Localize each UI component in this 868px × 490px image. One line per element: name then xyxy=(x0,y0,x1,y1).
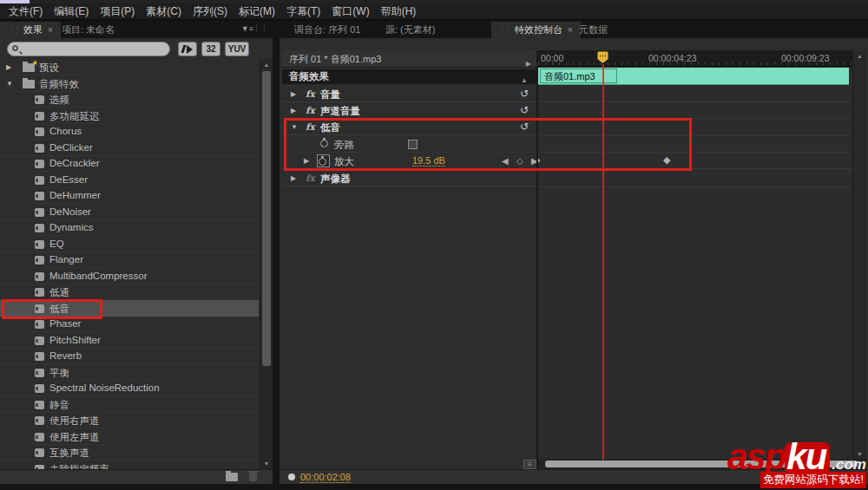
tree-item-bass[interactable]: 低音 xyxy=(0,300,259,317)
record-toggle-icon[interactable] xyxy=(288,474,295,480)
menu-window[interactable]: 窗口(W) xyxy=(332,4,369,19)
tree-item[interactable]: DeHummer xyxy=(0,187,259,204)
tree-item[interactable]: PitchShifter xyxy=(0,332,259,349)
tree-item[interactable]: Chorus xyxy=(0,123,259,140)
menu-sequence[interactable]: 序列(S) xyxy=(193,4,227,19)
effect-row-channel-volume[interactable]: ▶ fx 声道音量 ↺ xyxy=(282,102,536,119)
menu-file[interactable]: 文件(F) xyxy=(9,4,43,19)
tab-source-label: 源: (无素材) xyxy=(385,23,435,36)
tree-item[interactable]: EQ xyxy=(0,236,259,252)
tree-item-presets[interactable]: ▶ ★ 预设 xyxy=(0,59,259,75)
previous-keyframe-icon[interactable]: ◀ xyxy=(502,156,509,166)
effect-row-panner[interactable]: ▶ fx 声像器 xyxy=(282,170,536,186)
32bit-label: 32 xyxy=(206,44,215,54)
tree-item[interactable]: DeClicker xyxy=(0,140,259,156)
tree-item[interactable]: Phaser xyxy=(0,316,259,332)
tree-item-audio-effects[interactable]: ▼ 音频特效 xyxy=(0,75,259,92)
tree-item[interactable]: MultibandCompressor xyxy=(0,268,259,284)
tree-item-label: 预设 xyxy=(39,62,59,75)
time-ruler[interactable]: 00:00 00:00:04:23 00:00:09:23 xyxy=(538,50,852,67)
menu-edit[interactable]: 编辑(E) xyxy=(54,4,89,19)
tab-audio-mixer[interactable]: 调音台: 序列 01 xyxy=(286,22,368,38)
menu-marker[interactable]: 标记(M) xyxy=(239,4,275,19)
tree-item[interactable]: 静音 xyxy=(0,396,259,413)
param-row-bypass[interactable]: 旁路 xyxy=(282,136,536,153)
tree-item[interactable]: Flanger xyxy=(0,252,259,268)
fx-icon[interactable]: fx xyxy=(306,88,315,99)
new-folder-icon[interactable] xyxy=(226,473,238,481)
stopwatch-icon[interactable] xyxy=(320,140,328,147)
chevron-right-icon[interactable]: ▶ xyxy=(304,157,309,165)
effect-row-bass[interactable]: ▼ fx 低音 ↺ xyxy=(282,119,536,135)
audio-effects-section[interactable]: 音频效果 ▲ xyxy=(282,69,536,84)
tree-item[interactable]: Spectral NoiseReduction xyxy=(0,380,259,396)
tree-item[interactable]: DeEsser xyxy=(0,172,259,188)
tree-item[interactable]: Reverb xyxy=(0,348,259,364)
effect-icon xyxy=(35,336,44,345)
effect-icon xyxy=(35,401,44,409)
current-timecode[interactable]: 00:00:02:08 xyxy=(300,472,351,483)
reset-icon[interactable]: ↺ xyxy=(520,104,529,116)
panel-menu-icon[interactable]: ▼≡ xyxy=(241,24,253,33)
menu-clip[interactable]: 素材(C) xyxy=(146,4,181,19)
param-row-boost[interactable]: ▶ 放大 19.5 dB ◀ ◇ ▶ xyxy=(282,153,536,169)
menu-help[interactable]: 帮助(H) xyxy=(381,4,417,19)
yuv-filter-button[interactable]: YUV xyxy=(225,42,249,56)
reset-icon[interactable]: ↺ xyxy=(520,121,529,133)
menu-project[interactable]: 项目(P) xyxy=(100,4,135,19)
right-tab-bar: 调音台: 序列 01 源: (无素材) ⋮⋮ 特效控制台 × 元数据 xyxy=(279,22,868,38)
tree-item[interactable]: 多功能延迟 xyxy=(0,108,259,124)
scroll-up-icon[interactable]: ▲ xyxy=(260,62,273,68)
32bit-filter-button[interactable]: 32 xyxy=(201,42,220,56)
audio-clip[interactable]: 音频01.mp3 xyxy=(538,68,849,85)
timeline-scrollbar[interactable]: ▲ ▼ xyxy=(852,50,866,460)
search-box[interactable] xyxy=(7,42,170,56)
trash-icon[interactable] xyxy=(249,473,257,481)
tab-source-monitor[interactable]: 源: (无素材) xyxy=(378,22,443,38)
tree-item[interactable]: 低通 xyxy=(0,284,259,300)
chevron-right-icon[interactable]: ▶ xyxy=(291,90,296,98)
tree-item-label: DeClicker xyxy=(49,142,93,153)
search-input[interactable] xyxy=(23,43,167,55)
scroll-down-icon[interactable]: ▼ xyxy=(260,461,273,467)
tree-item[interactable]: DeNoiser xyxy=(0,204,259,220)
add-keyframe-icon[interactable]: ◇ xyxy=(516,156,523,166)
tree-item[interactable]: 互换声道 xyxy=(0,444,259,461)
menu-title[interactable]: 字幕(T) xyxy=(286,4,320,19)
tab-effects[interactable]: ⋮⋮ 效果 × xyxy=(0,22,61,38)
chevron-right-icon[interactable]: ▶ xyxy=(6,63,11,71)
bypass-checkbox[interactable] xyxy=(408,140,418,149)
tree-item[interactable]: 使用右声道 xyxy=(0,412,259,428)
chevron-right-icon[interactable]: ▶ xyxy=(291,174,296,182)
tree-item[interactable]: 选频 xyxy=(0,91,259,108)
tab-metadata[interactable]: 元数据 xyxy=(571,22,615,38)
chevron-down-icon[interactable]: ▼ xyxy=(291,123,298,131)
effect-icon xyxy=(35,433,44,441)
tree-item[interactable]: 使用左声道 xyxy=(0,428,259,445)
accelerated-effects-button[interactable] xyxy=(178,42,197,56)
tree-item[interactable]: Dynamics xyxy=(0,219,259,236)
reset-icon[interactable]: ↺ xyxy=(520,88,529,100)
tab-project[interactable]: 项目: 未命名 xyxy=(54,22,122,38)
stopwatch-toggle[interactable] xyxy=(317,154,330,167)
scroll-up-icon[interactable]: ▲ xyxy=(853,53,866,59)
close-icon[interactable]: × xyxy=(48,25,53,35)
tab-effect-controls[interactable]: ⋮⋮ 特效控制台 × xyxy=(491,22,581,38)
tree-item[interactable]: 去除指定频率 xyxy=(0,461,259,469)
hscroll-grip[interactable]: ≡ xyxy=(523,460,536,469)
section-label: 音频效果 xyxy=(289,71,329,82)
tree-item-label: DeCrackler xyxy=(49,158,100,168)
left-scrollbar[interactable]: ▲ ▼ xyxy=(260,59,273,469)
keyframe-icon[interactable]: ◆ xyxy=(538,154,540,166)
fx-icon[interactable]: fx xyxy=(306,105,315,115)
tree-item[interactable]: DeCrackler xyxy=(0,155,259,172)
effect-row-volume[interactable]: ▶ fx 音量 ↺ xyxy=(282,86,536,102)
scrollbar-thumb[interactable] xyxy=(262,71,271,366)
boost-value[interactable]: 19.5 dB xyxy=(412,155,445,167)
chevron-right-icon[interactable]: ▶ xyxy=(291,107,296,114)
fx-icon[interactable]: fx xyxy=(306,121,315,132)
keyframe-icon[interactable]: ◆ xyxy=(663,154,670,166)
chevron-down-icon[interactable]: ▼ xyxy=(6,80,13,88)
panel-grip-icon[interactable]: ⋮⋮ xyxy=(253,23,268,32)
tree-item[interactable]: 平衡 xyxy=(0,364,259,381)
